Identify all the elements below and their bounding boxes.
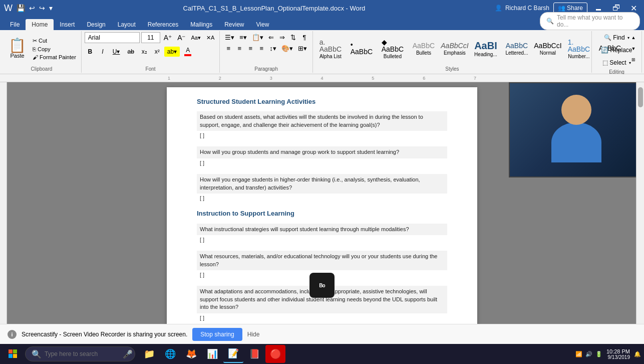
bold-button[interactable]: B	[85, 47, 96, 57]
question-2-answer[interactable]: [ ]	[197, 158, 447, 168]
font-content: A⁺ A⁻ Aa▾ ✕A B I U▾ ab x₂ x² ab▾ A	[85, 32, 217, 65]
taskbar-app-firefox[interactable]: 🦊	[181, 345, 201, 363]
numbering-button[interactable]: ≡▾	[237, 32, 249, 42]
question-4-answer[interactable]: [ ]	[197, 235, 447, 245]
tab-design[interactable]: Design	[81, 19, 111, 30]
font-name-input[interactable]	[85, 32, 140, 43]
style-emphasis-label: Emphasis	[444, 50, 466, 56]
highlight-button[interactable]: ab▾	[164, 47, 180, 57]
change-case-button[interactable]: Aa▾	[189, 33, 203, 43]
superscript-button[interactable]: x²	[152, 47, 163, 57]
tab-review[interactable]: Review	[218, 19, 250, 30]
copy-button[interactable]: ⎘ Copy	[31, 46, 78, 53]
redo-button[interactable]: ↪	[38, 3, 46, 13]
windows-logo-icon	[9, 349, 18, 358]
find-label: Find	[613, 34, 624, 41]
style-normal[interactable]: AaBbCcI Normal	[533, 34, 562, 64]
style-heading1[interactable]: AaBI Heading...	[471, 34, 500, 64]
font-color-button[interactable]: A	[181, 45, 194, 58]
style-alpha-list[interactable]: a. AaBbC Alpha List	[316, 34, 345, 64]
right-scrollbar[interactable]	[636, 82, 644, 338]
hide-button[interactable]: Hide	[247, 331, 260, 338]
increase-font-button[interactable]: A⁺	[162, 32, 174, 43]
taskbar-app-word[interactable]: 📝	[223, 345, 243, 363]
cut-button[interactable]: ✂ ✂ CutCut	[31, 37, 78, 45]
search-bar[interactable]: 🔍 🎤	[25, 346, 135, 361]
style-heading1-label: Heading...	[474, 52, 497, 57]
bullets-button[interactable]: ☰▾	[223, 32, 236, 42]
tell-me-search[interactable]: 🔍 Tell me what you want to do...	[540, 12, 640, 30]
sort-button[interactable]: ⇅	[288, 32, 298, 42]
question-3-answer[interactable]: [ ]	[197, 194, 447, 203]
line-spacing-button[interactable]: ↕▾	[267, 43, 278, 53]
underline-button[interactable]: U▾	[110, 47, 123, 57]
question-block-4: What instructional strategies will suppo…	[197, 224, 447, 245]
section2-heading: Instruction to Support Learning	[197, 209, 447, 218]
question-1-answer[interactable]: [ ]	[197, 131, 447, 140]
style-alpha-list-preview: a. AaBbC	[319, 39, 342, 53]
tab-mailings[interactable]: Mailings	[184, 19, 218, 30]
question-block-1: Based on student assets, what activities…	[197, 111, 447, 140]
search-input[interactable]	[45, 350, 120, 357]
decrease-font-button[interactable]: A⁻	[175, 32, 187, 43]
clock[interactable]: 10:28 PM 9/13/2019	[606, 348, 630, 360]
tab-references[interactable]: References	[142, 19, 184, 30]
style-alpha-list-label: Alpha List	[319, 54, 342, 59]
ribbon-group-font: A⁺ A⁻ Aa▾ ✕A B I U▾ ab x₂ x² ab▾ A Font	[82, 31, 220, 73]
tab-view[interactable]: View	[250, 19, 275, 30]
style-bullets[interactable]: AaBbC Bullets	[409, 34, 438, 64]
borders-button[interactable]: ⊞▾	[296, 43, 309, 53]
multilevel-button[interactable]: 📋▾	[250, 32, 265, 42]
question-block-2: How will you group students and manage g…	[197, 146, 447, 168]
increase-indent-button[interactable]: ⇒	[277, 32, 287, 42]
taskbar-app-chrome[interactable]: 🌐	[160, 345, 180, 363]
taskbar-app-pdf[interactable]: 📕	[244, 345, 264, 363]
style-emphasis[interactable]: AaBbCcI Emphasis	[440, 34, 469, 64]
format-painter-button[interactable]: 🖌 Format Painter	[31, 54, 78, 61]
taskbar-app-powerpoint[interactable]: 📊	[202, 345, 222, 363]
ribbon-group-clipboard: 📋 Paste ✂ ✂ CutCut ⎘ Copy 🖌 Format Paint…	[2, 31, 82, 73]
align-right-button[interactable]: ≡	[245, 43, 255, 53]
document-page[interactable]: Structured Student Learning Activities B…	[167, 87, 477, 338]
font-size-input[interactable]	[141, 32, 160, 43]
decrease-indent-button[interactable]: ⇐	[266, 32, 276, 42]
italic-button[interactable]: I	[97, 47, 108, 57]
shading-button[interactable]: 🎨▾	[279, 43, 295, 53]
style-lettered-preview: AaBbC	[506, 42, 528, 49]
date-display: 9/13/2019	[606, 354, 630, 360]
taskbar-app-other[interactable]: 🔴	[265, 345, 285, 363]
notification-icon[interactable]: 🔔	[634, 351, 641, 357]
justify-button[interactable]: ≡	[256, 43, 266, 53]
document-title: CalTPA_C1_S1_B_LessonPlan_OptionalTempla…	[183, 5, 366, 12]
align-left-button[interactable]: ≡	[223, 43, 233, 53]
find-button[interactable]: 🔍 Find ▾	[600, 32, 632, 43]
stop-sharing-button[interactable]: Stop sharing	[192, 328, 242, 341]
save-button[interactable]: 💾	[16, 3, 26, 13]
show-marks-button[interactable]: ¶	[299, 32, 309, 42]
paste-button[interactable]: 📋 Paste	[5, 37, 30, 60]
style-emphasis-preview: AaBbCcI	[441, 42, 468, 49]
strikethrough-button[interactable]: ab	[124, 47, 137, 57]
svg-rect-2	[9, 354, 13, 358]
align-center-button[interactable]: ≡	[234, 43, 244, 53]
style-aabbc[interactable]: • AaBbC	[347, 34, 376, 64]
tab-layout[interactable]: Layout	[112, 19, 142, 30]
select-button[interactable]: ⬚ Select ▾	[599, 57, 634, 68]
select-label: Select	[609, 59, 626, 66]
tab-file[interactable]: File	[4, 19, 26, 30]
question-6-answer[interactable]: [ ]	[197, 313, 447, 323]
start-button[interactable]	[3, 345, 23, 363]
taskbar-app-explorer[interactable]: 📁	[139, 345, 159, 363]
replace-button[interactable]: 🔄 Replace	[597, 45, 635, 56]
customize-qa-button[interactable]: ▾	[48, 3, 54, 13]
tab-home[interactable]: Home	[26, 19, 54, 30]
style-numbered[interactable]: 1. AaBbC Number...	[564, 34, 593, 64]
person-silhouette	[546, 95, 606, 165]
clear-formatting-button[interactable]: ✕A	[204, 33, 216, 43]
style-bulleted[interactable]: ◆ AaBbC Bulleted	[378, 34, 407, 64]
style-lettered[interactable]: AaBbC Lettered...	[502, 34, 531, 64]
subscript-button[interactable]: x₂	[139, 47, 150, 57]
tab-insert[interactable]: Insert	[54, 19, 81, 30]
scroll-thumb[interactable]	[638, 87, 643, 107]
undo-button[interactable]: ↩	[28, 3, 36, 13]
